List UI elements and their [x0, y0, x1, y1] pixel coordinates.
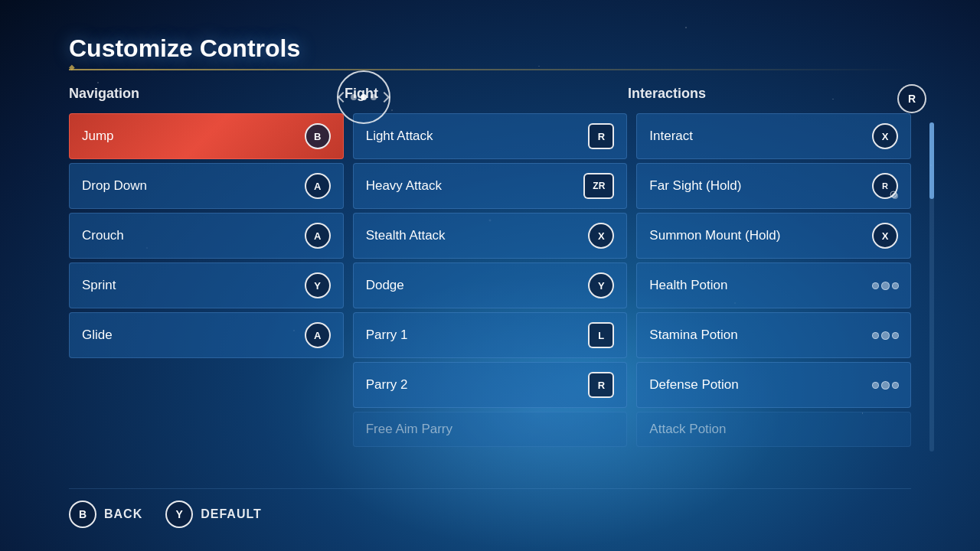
fight-column: Light Attack R Heavy Attack ZR Stealth A…: [353, 113, 628, 484]
tab-selector[interactable]: [337, 70, 390, 124]
fight-row-heavyattack[interactable]: Heavy Attack ZR: [353, 163, 628, 209]
interact-row-interact[interactable]: Interact X: [636, 113, 911, 159]
dot-2: [361, 94, 367, 100]
selector-arrow-right[interactable]: [379, 92, 390, 103]
nav-key-crouch: A: [305, 223, 331, 249]
nav-row-dropdown[interactable]: Drop Down A: [69, 163, 344, 209]
fight-label-lightattack: Light Attack: [366, 129, 433, 144]
potion-dots-stamina: [872, 331, 899, 340]
potion-dot-1: [872, 282, 879, 289]
fight-row-lightattack[interactable]: Light Attack R: [353, 113, 628, 159]
interact-key-farsight: R: [872, 173, 898, 199]
interact-label-summonmount: Summon Mount (Hold): [649, 228, 780, 243]
fight-key-lightattack: R: [588, 123, 614, 149]
interact-row-attackpotion[interactable]: Attack Potion: [636, 412, 911, 447]
back-action[interactable]: B BACK: [69, 500, 142, 528]
nav-label-jump: Jump: [82, 129, 114, 144]
interact-key-interact: X: [872, 123, 898, 149]
nav-key-sprint: Y: [305, 272, 331, 298]
bottom-bar: B BACK Y DEFAULT: [69, 488, 911, 528]
back-button-badge: B: [69, 500, 96, 528]
fight-key-dodge: Y: [588, 272, 614, 298]
interact-key-staminapotion: [872, 322, 898, 348]
interact-label-attackpotion: Attack Potion: [649, 422, 726, 437]
fight-label-freeaimparry: Free Aim Parry: [366, 422, 452, 437]
main-container: R Customize Controls Navigation Fight In…: [0, 0, 980, 551]
fight-header: Fight: [345, 86, 628, 102]
interact-key-defensepotion: [872, 372, 898, 398]
interact-row-farsight[interactable]: Far Sight (Hold) R: [636, 163, 911, 209]
potion-dot-s3: [892, 332, 899, 339]
back-label: BACK: [104, 507, 142, 521]
scrollbar-track: [929, 122, 934, 452]
nav-row-glide[interactable]: Glide A: [69, 312, 344, 358]
default-button-badge: Y: [165, 500, 193, 528]
nav-label-sprint: Sprint: [82, 278, 116, 293]
interact-label-healthpotion: Health Potion: [649, 278, 727, 293]
potion-dot-2: [881, 282, 890, 290]
interact-row-summonmount[interactable]: Summon Mount (Hold) X: [636, 213, 911, 259]
fight-key-parry2: R: [588, 372, 614, 398]
nav-row-crouch[interactable]: Crouch A: [69, 213, 344, 259]
nav-label-glide: Glide: [82, 328, 113, 343]
default-action[interactable]: Y DEFAULT: [165, 500, 262, 528]
fight-row-stealthattack[interactable]: Stealth Attack X: [353, 213, 628, 259]
page-title: Customize Controls: [69, 34, 911, 63]
nav-header: Navigation: [69, 86, 345, 102]
nav-row-sprint[interactable]: Sprint Y: [69, 262, 344, 308]
column-headers: Navigation Fight Interactions: [69, 86, 911, 102]
interact-label-staminapotion: Stamina Potion: [649, 328, 737, 343]
fight-label-stealthattack: Stealth Attack: [366, 228, 446, 243]
interact-label-farsight: Far Sight (Hold): [649, 178, 741, 194]
title-divider: [69, 69, 911, 70]
interact-label-interact: Interact: [649, 129, 693, 144]
interact-key-healthpotion: [872, 272, 898, 298]
potion-dot-s2: [881, 331, 890, 340]
potion-dot-d2: [881, 381, 890, 390]
default-label: DEFAULT: [201, 507, 262, 521]
potion-dot-s1: [872, 332, 879, 339]
nav-label-crouch: Crouch: [82, 228, 124, 243]
fight-key-stealthattack: X: [588, 223, 614, 249]
potion-dot-3: [892, 282, 899, 289]
potion-dot-d1: [872, 382, 879, 389]
top-right-r-button[interactable]: R: [897, 84, 926, 113]
dot-3: [371, 94, 377, 100]
fight-row-dodge[interactable]: Dodge Y: [353, 262, 628, 308]
selector-arrow-left[interactable]: [338, 92, 348, 103]
scrollbar-thumb[interactable]: [929, 122, 934, 199]
fight-row-parry2[interactable]: Parry 2 R: [353, 362, 628, 408]
navigation-column: Jump B Drop Down A Crouch A Sprint Y Gli…: [69, 113, 344, 484]
fight-key-parry1: L: [588, 322, 614, 348]
columns-content: Jump B Drop Down A Crouch A Sprint Y Gli…: [69, 113, 911, 484]
interact-label-defensepotion: Defense Potion: [649, 377, 738, 393]
fight-label-dodge: Dodge: [366, 278, 404, 293]
interact-row-defensepotion[interactable]: Defense Potion: [636, 362, 911, 408]
interactions-column: Interact X Far Sight (Hold) R Summon Mou…: [636, 113, 911, 484]
potion-dot-d3: [892, 382, 899, 389]
interactions-header: Interactions: [628, 86, 911, 102]
fight-label-parry1: Parry 1: [366, 328, 408, 343]
interact-key-summonmount: X: [872, 223, 898, 249]
nav-key-jump: B: [305, 123, 331, 149]
interact-row-healthpotion[interactable]: Health Potion: [636, 262, 911, 308]
svg-point-0: [890, 191, 897, 197]
dot-1: [351, 94, 357, 100]
fight-row-parry1[interactable]: Parry 1 L: [353, 312, 628, 358]
fight-label-parry2: Parry 2: [366, 377, 408, 393]
fight-key-heavyattack: ZR: [583, 173, 614, 199]
potion-dots-defense: [872, 381, 899, 390]
potion-dots-health: [872, 282, 899, 290]
interact-row-staminapotion[interactable]: Stamina Potion: [636, 312, 911, 358]
fight-label-heavyattack: Heavy Attack: [366, 178, 442, 194]
nav-row-jump[interactable]: Jump B: [69, 113, 344, 159]
nav-label-dropdown: Drop Down: [82, 178, 147, 194]
fight-row-freeaimparry[interactable]: Free Aim Parry: [353, 412, 628, 447]
nav-key-glide: A: [305, 322, 331, 348]
nav-key-dropdown: A: [305, 173, 331, 199]
